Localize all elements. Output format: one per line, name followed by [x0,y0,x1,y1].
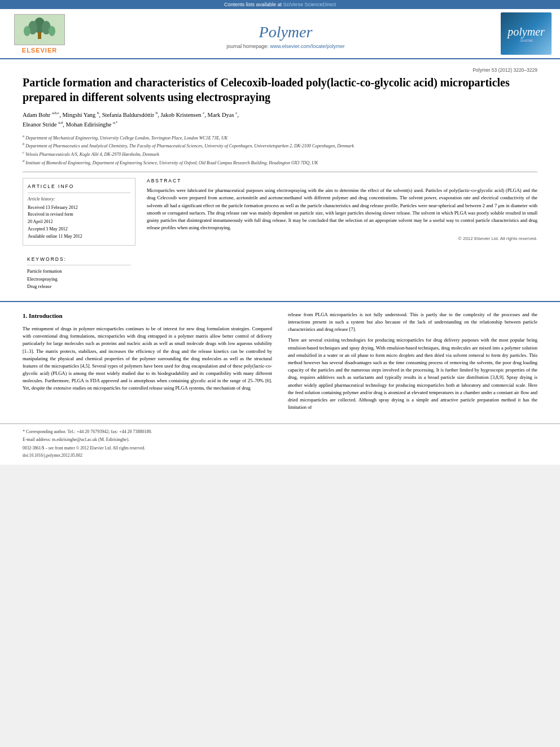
keyword-3: Drug release [27,283,131,291]
journal-header: ELSEVIER Polymer journal homepage: www.e… [0,9,560,59]
info-abstract-row: ARTICLE INFO Article history: Received 1… [23,172,537,295]
journal-homepage: journal homepage: www.elsevier.com/locat… [226,43,345,49]
body-area: 1. Introduction The entrapment of drugs … [0,301,560,423]
banner-text: Contents lists available at [224,2,282,7]
footnote-corresponding: * Corresponding author. Tel.: +44 20 767… [23,429,537,435]
intro-para-2: release from PLGA microparticles is not … [288,311,537,334]
elsevier-logo-image [14,14,65,45]
intro-para-1: The entrapment of drugs in polymer micro… [23,325,272,392]
article-area: Polymer 53 (2012) 3220–3229 Particle for… [0,59,560,295]
keyword-2: Electrospraying [27,276,131,283]
homepage-label: journal homepage: [226,43,269,49]
online-date: Available online 11 May 2012 [28,233,130,241]
keyword-1: Particle formation [27,268,131,276]
copyright: © 2012 Elsevier Ltd. All rights reserved… [147,236,537,241]
intro-heading: 1. Introduction [23,311,272,321]
accepted-date: Accepted 3 May 2012 [28,226,130,233]
footnote-area: * Corresponding author. Tel.: +44 20 767… [0,423,560,465]
elsevier-logo: ELSEVIER [14,14,65,54]
body-col-right: release from PLGA microparticles is not … [288,311,537,414]
article-info-box: ARTICLE INFO Article history: Received 1… [23,178,135,245]
volume-info: Polymer 53 (2012) 3220–3229 [23,67,537,73]
header-left: ELSEVIER [6,12,73,55]
received-date: Received 13 February 2012 [28,204,130,212]
page-wrapper: Contents lists available at SciVerse Sci… [0,0,560,465]
svg-rect-4 [38,32,41,39]
elsevier-text: ELSEVIER [22,47,57,54]
article-info-heading: ARTICLE INFO [28,183,130,193]
badge-subtitle: Journal [520,38,533,42]
col-right: ABSTRACT Microparticles were fabricated … [147,178,537,295]
abstract-section: ABSTRACT Microparticles were fabricated … [147,178,537,241]
affiliations: a Department of Mechanical Engineering, … [23,133,537,167]
revised-label: Received in revised form [28,211,130,219]
polymer-badge: polymer Journal [501,12,552,55]
header-center: Polymer journal homepage: www.elsevier.c… [79,12,492,55]
journal-title: Polymer [259,23,313,41]
abstract-heading: ABSTRACT [147,178,537,184]
revised-date: 20 April 2012 [28,219,130,226]
intro-para-3: There are several existing technologies … [288,337,537,411]
abstract-text: Microparticles were fabricated for pharm… [147,187,537,231]
footnote-issn: 0032-3861/$ – see front matter © 2012 El… [23,445,537,451]
authors-list: Adam Bohr a,b,c, Mingshi Yang b, Stefaní… [23,110,537,130]
svg-point-5 [24,26,30,36]
sciverse-link[interactable]: SciVerse ScienceDirect [283,2,336,7]
header-right: polymer Journal [498,12,554,55]
top-banner: Contents lists available at SciVerse Sci… [0,0,560,9]
badge-title: polymer [508,25,545,38]
keywords-heading: Keywords: [27,256,131,266]
homepage-url[interactable]: www.elsevier.com/locate/polymer [270,43,345,49]
keywords-section: Keywords: Particle formation Electrospra… [23,251,135,295]
footnote-doi: doi:10.1016/j.polymer.2012.05.002 [23,453,537,458]
history-label: Article history: [28,196,130,203]
article-title: Particle formation and characteristics o… [23,75,537,104]
col-left: ARTICLE INFO Article history: Received 1… [23,178,135,295]
footnote-email: E-mail address: m.edirisinghe@ucl.ac.uk … [23,436,537,443]
body-two-col: 1. Introduction The entrapment of drugs … [23,311,537,414]
body-col-left: 1. Introduction The entrapment of drugs … [23,311,272,414]
svg-point-6 [49,26,55,36]
